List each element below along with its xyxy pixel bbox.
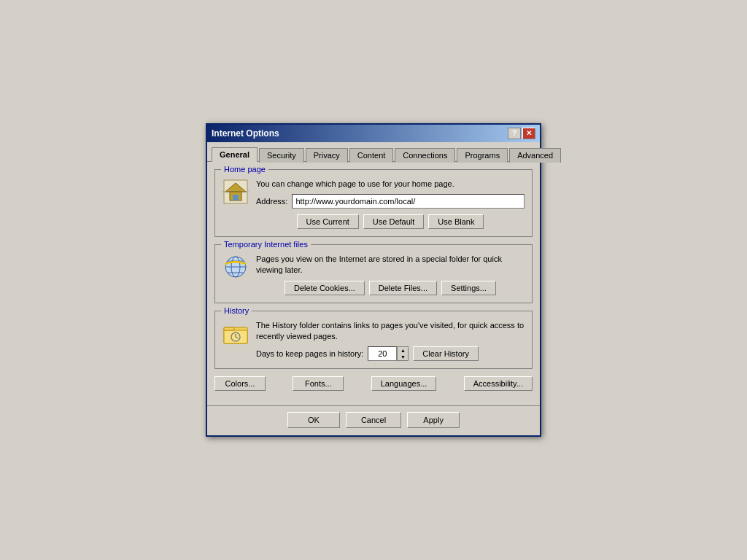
temp-files-buttons: Delete Cookies... Delete Files... Settin…: [256, 281, 525, 295]
apply-button[interactable]: Apply: [407, 412, 460, 428]
tab-security[interactable]: Security: [259, 148, 304, 163]
temp-files-content: Pages you view on the Internet are store…: [222, 254, 525, 295]
close-button[interactable]: ✕: [522, 128, 535, 139]
tab-privacy[interactable]: Privacy: [306, 148, 348, 163]
colors-button[interactable]: Colors...: [214, 376, 266, 391]
tabs-container: General Security Privacy Content Connect…: [207, 142, 540, 162]
temp-files-description: Pages you view on the Internet are store…: [256, 254, 525, 276]
use-blank-button[interactable]: Use Blank: [428, 214, 484, 229]
dialog-title: Internet Options: [212, 128, 279, 139]
tab-content[interactable]: Content: [349, 148, 394, 163]
history-section-title: History: [221, 306, 252, 315]
days-up-button[interactable]: ▲: [398, 347, 408, 354]
temp-files-section: Temporary Internet files Pages you view …: [214, 244, 533, 303]
delete-cookies-button[interactable]: Delete Cookies...: [285, 281, 365, 295]
homepage-section-title: Home page: [221, 165, 268, 174]
accessibility-button[interactable]: Accessibility...: [464, 376, 533, 391]
history-icon: [222, 320, 249, 346]
days-spinner-wrap: ▲ ▼: [368, 346, 409, 361]
days-label: Days to keep pages in history:: [256, 349, 363, 358]
tab-connections[interactable]: Connections: [395, 148, 455, 163]
bottom-buttons: Colors... Fonts... Languages... Accessib…: [214, 376, 533, 391]
address-input[interactable]: [292, 194, 525, 209]
tab-programs[interactable]: Programs: [457, 148, 508, 163]
history-body: The History folder contains links to pag…: [256, 320, 525, 362]
history-section: History The History folder contains link…: [214, 311, 533, 370]
days-spinner: ▲ ▼: [397, 346, 409, 361]
homepage-content: You can change which page to use for you…: [222, 179, 525, 229]
address-label: Address:: [256, 197, 287, 206]
title-bar-text: Internet Options: [212, 128, 279, 139]
fonts-button[interactable]: Fonts...: [293, 376, 344, 391]
svg-rect-12: [224, 327, 234, 330]
languages-button[interactable]: Languages...: [371, 376, 437, 391]
homepage-section: Home page You can change which page to u…: [214, 169, 533, 237]
homepage-body: You can change which page to use for you…: [256, 179, 525, 229]
homepage-description: You can change which page to use for you…: [256, 179, 525, 190]
ie-icon: [222, 254, 249, 280]
tab-content-area: Home page You can change which page to u…: [207, 162, 540, 406]
title-bar-controls: ? ✕: [508, 128, 535, 139]
temp-files-body: Pages you view on the Internet are store…: [256, 254, 525, 295]
cancel-button[interactable]: Cancel: [346, 412, 401, 428]
tab-advanced[interactable]: Advanced: [509, 148, 561, 163]
svg-rect-4: [222, 191, 249, 192]
internet-options-dialog: Internet Options ? ✕ General Security Pr…: [206, 123, 541, 438]
address-row: Address:: [256, 194, 525, 209]
history-description: The History folder contains links to pag…: [256, 320, 525, 343]
ok-button[interactable]: OK: [287, 412, 340, 428]
dialog-footer: OK Cancel Apply: [207, 405, 540, 435]
days-down-button[interactable]: ▼: [398, 354, 408, 360]
help-button[interactable]: ?: [508, 128, 521, 139]
homepage-buttons: Use Current Use Default Use Blank: [256, 214, 525, 229]
use-current-button[interactable]: Use Current: [297, 214, 359, 229]
clear-history-button[interactable]: Clear History: [413, 346, 479, 361]
days-input[interactable]: [368, 346, 397, 361]
svg-rect-3: [233, 195, 239, 201]
history-content: The History folder contains links to pag…: [222, 320, 525, 362]
tab-general[interactable]: General: [212, 147, 258, 162]
settings-button[interactable]: Settings...: [441, 281, 496, 295]
temp-files-title: Temporary Internet files: [221, 240, 311, 249]
history-days-row: Days to keep pages in history: ▲ ▼ Clear…: [256, 346, 525, 361]
delete-files-button[interactable]: Delete Files...: [369, 281, 437, 295]
use-default-button[interactable]: Use Default: [363, 214, 424, 229]
home-icon: [222, 179, 249, 205]
title-bar: Internet Options ? ✕: [207, 125, 540, 142]
